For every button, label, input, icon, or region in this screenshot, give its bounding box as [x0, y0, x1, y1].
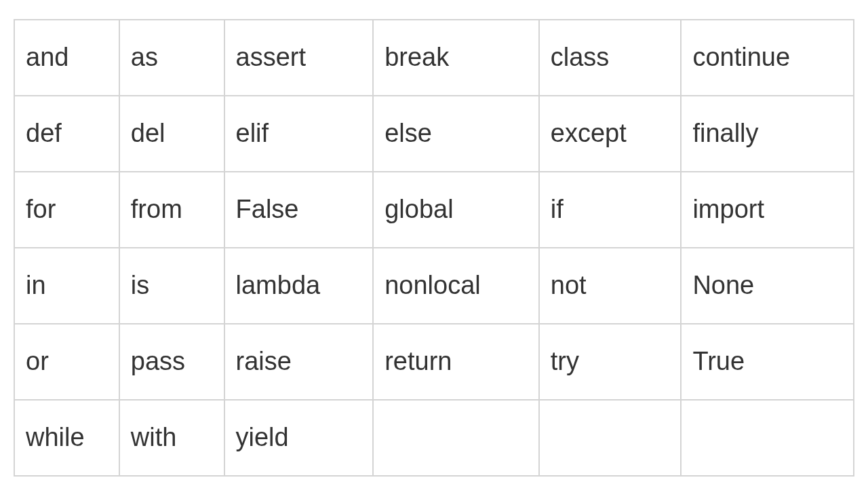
table-cell-empty — [373, 400, 539, 476]
table-cell: class — [539, 20, 682, 96]
table-cell: for — [14, 172, 119, 248]
table-cell: or — [14, 324, 119, 400]
table-cell: and — [14, 20, 119, 96]
table-cell: global — [373, 172, 539, 248]
table-row: for from False global if import — [14, 172, 854, 248]
table-cell: continue — [681, 20, 854, 96]
table-cell: True — [681, 324, 854, 400]
table-cell: else — [373, 96, 539, 172]
table-cell: not — [539, 248, 682, 324]
table-cell: nonlocal — [373, 248, 539, 324]
table-cell: is — [119, 248, 224, 324]
table-cell: lambda — [224, 248, 374, 324]
table-cell: pass — [119, 324, 224, 400]
table-cell: import — [681, 172, 854, 248]
table-row: def del elif else except finally — [14, 96, 854, 172]
table-row: while with yield — [14, 400, 854, 476]
table-row: in is lambda nonlocal not None — [14, 248, 854, 324]
table-cell: except — [539, 96, 682, 172]
table-cell: from — [119, 172, 224, 248]
table-row: and as assert break class continue — [14, 20, 854, 96]
table-cell: False — [224, 172, 374, 248]
table-cell: raise — [224, 324, 374, 400]
table-cell: finally — [681, 96, 854, 172]
table-cell: elif — [224, 96, 374, 172]
table-cell-empty — [681, 400, 854, 476]
table-cell: try — [539, 324, 682, 400]
keywords-table: and as assert break class continue def d… — [14, 19, 854, 477]
table-cell: def — [14, 96, 119, 172]
table-cell: with — [119, 400, 224, 476]
table-cell: assert — [224, 20, 374, 96]
keywords-table-body: and as assert break class continue def d… — [14, 20, 854, 476]
table-cell: break — [373, 20, 539, 96]
table-cell: return — [373, 324, 539, 400]
table-cell: yield — [224, 400, 374, 476]
table-cell: in — [14, 248, 119, 324]
table-cell-empty — [539, 400, 682, 476]
table-cell: None — [681, 248, 854, 324]
table-cell: if — [539, 172, 682, 248]
table-row: or pass raise return try True — [14, 324, 854, 400]
table-cell: del — [119, 96, 224, 172]
table-cell: as — [119, 20, 224, 96]
table-cell: while — [14, 400, 119, 476]
